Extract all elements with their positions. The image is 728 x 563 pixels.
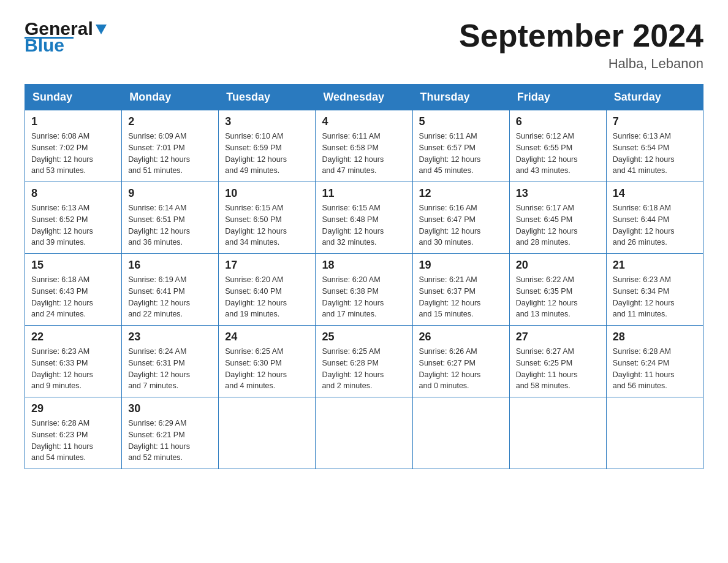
calendar-week-row: 15Sunrise: 6:18 AMSunset: 6:43 PMDayligh… bbox=[25, 254, 703, 326]
weekday-header-saturday: Saturday bbox=[606, 85, 703, 110]
day-number: 24 bbox=[225, 331, 309, 343]
day-number: 19 bbox=[419, 259, 503, 272]
calendar-day-cell: 2Sunrise: 6:09 AMSunset: 7:01 PMDaylight… bbox=[122, 110, 219, 182]
calendar-empty-cell bbox=[606, 397, 703, 469]
logo: General Blue bbox=[25, 18, 108, 56]
calendar-week-row: 8Sunrise: 6:13 AMSunset: 6:52 PMDaylight… bbox=[25, 182, 703, 254]
day-number: 29 bbox=[31, 402, 115, 415]
day-number: 8 bbox=[31, 187, 115, 200]
day-info-text: Sunrise: 6:08 AMSunset: 7:02 PMDaylight:… bbox=[31, 131, 115, 177]
weekday-header-monday: Monday bbox=[122, 85, 219, 110]
day-info-text: Sunrise: 6:28 AMSunset: 6:23 PMDaylight:… bbox=[31, 418, 115, 464]
day-info-text: Sunrise: 6:29 AMSunset: 6:21 PMDaylight:… bbox=[128, 418, 212, 464]
calendar-week-row: 29Sunrise: 6:28 AMSunset: 6:23 PMDayligh… bbox=[25, 397, 703, 469]
calendar-day-cell: 23Sunrise: 6:24 AMSunset: 6:31 PMDayligh… bbox=[122, 326, 219, 397]
calendar-empty-cell bbox=[316, 397, 412, 469]
calendar-day-cell: 24Sunrise: 6:25 AMSunset: 6:30 PMDayligh… bbox=[219, 326, 316, 397]
svg-marker-0 bbox=[96, 25, 107, 34]
calendar-day-cell: 5Sunrise: 6:11 AMSunset: 6:57 PMDaylight… bbox=[412, 110, 509, 182]
calendar-day-cell: 13Sunrise: 6:17 AMSunset: 6:45 PMDayligh… bbox=[509, 182, 606, 254]
day-info-text: Sunrise: 6:18 AMSunset: 6:43 PMDaylight:… bbox=[31, 274, 115, 320]
calendar-empty-cell bbox=[509, 397, 606, 469]
logo-text-blue: Blue bbox=[25, 35, 64, 56]
day-info-text: Sunrise: 6:17 AMSunset: 6:45 PMDaylight:… bbox=[516, 202, 600, 248]
day-info-text: Sunrise: 6:22 AMSunset: 6:35 PMDaylight:… bbox=[516, 274, 600, 320]
day-number: 21 bbox=[613, 259, 697, 272]
calendar-day-cell: 15Sunrise: 6:18 AMSunset: 6:43 PMDayligh… bbox=[25, 254, 122, 326]
page-header: General Blue September 2024 Halba, Leban… bbox=[25, 18, 703, 72]
month-title: September 2024 bbox=[459, 18, 703, 53]
calendar-table: SundayMondayTuesdayWednesdayThursdayFrid… bbox=[25, 84, 703, 469]
day-number: 14 bbox=[613, 187, 697, 200]
day-info-text: Sunrise: 6:23 AMSunset: 6:33 PMDaylight:… bbox=[31, 346, 115, 392]
day-info-text: Sunrise: 6:23 AMSunset: 6:34 PMDaylight:… bbox=[613, 274, 697, 320]
day-number: 11 bbox=[322, 187, 406, 200]
day-number: 10 bbox=[225, 187, 309, 200]
day-number: 2 bbox=[128, 115, 212, 128]
calendar-day-cell: 1Sunrise: 6:08 AMSunset: 7:02 PMDaylight… bbox=[25, 110, 122, 182]
calendar-day-cell: 14Sunrise: 6:18 AMSunset: 6:44 PMDayligh… bbox=[606, 182, 703, 254]
day-info-text: Sunrise: 6:15 AMSunset: 6:50 PMDaylight:… bbox=[225, 202, 309, 248]
day-number: 1 bbox=[31, 115, 115, 128]
day-info-text: Sunrise: 6:21 AMSunset: 6:37 PMDaylight:… bbox=[419, 274, 503, 320]
day-info-text: Sunrise: 6:12 AMSunset: 6:55 PMDaylight:… bbox=[516, 131, 600, 177]
calendar-day-cell: 17Sunrise: 6:20 AMSunset: 6:40 PMDayligh… bbox=[219, 254, 316, 326]
day-number: 27 bbox=[516, 331, 600, 343]
day-info-text: Sunrise: 6:09 AMSunset: 7:01 PMDaylight:… bbox=[128, 131, 212, 177]
day-info-text: Sunrise: 6:27 AMSunset: 6:25 PMDaylight:… bbox=[516, 346, 600, 392]
calendar-day-cell: 16Sunrise: 6:19 AMSunset: 6:41 PMDayligh… bbox=[122, 254, 219, 326]
calendar-day-cell: 3Sunrise: 6:10 AMSunset: 6:59 PMDaylight… bbox=[219, 110, 316, 182]
calendar-day-cell: 7Sunrise: 6:13 AMSunset: 6:54 PMDaylight… bbox=[606, 110, 703, 182]
day-info-text: Sunrise: 6:26 AMSunset: 6:27 PMDaylight:… bbox=[419, 346, 503, 392]
calendar-day-cell: 10Sunrise: 6:15 AMSunset: 6:50 PMDayligh… bbox=[219, 182, 316, 254]
title-section: September 2024 Halba, Lebanon bbox=[459, 18, 703, 72]
day-number: 28 bbox=[613, 331, 697, 343]
calendar-day-cell: 4Sunrise: 6:11 AMSunset: 6:58 PMDaylight… bbox=[316, 110, 412, 182]
day-info-text: Sunrise: 6:14 AMSunset: 6:51 PMDaylight:… bbox=[128, 202, 212, 248]
calendar-day-cell: 21Sunrise: 6:23 AMSunset: 6:34 PMDayligh… bbox=[606, 254, 703, 326]
day-info-text: Sunrise: 6:19 AMSunset: 6:41 PMDaylight:… bbox=[128, 274, 212, 320]
day-number: 5 bbox=[419, 115, 503, 128]
day-info-text: Sunrise: 6:18 AMSunset: 6:44 PMDaylight:… bbox=[613, 202, 697, 248]
calendar-day-cell: 30Sunrise: 6:29 AMSunset: 6:21 PMDayligh… bbox=[122, 397, 219, 469]
day-number: 4 bbox=[322, 115, 406, 128]
logo-arrow-icon bbox=[94, 22, 108, 36]
day-number: 6 bbox=[516, 115, 600, 128]
day-number: 3 bbox=[225, 115, 309, 128]
calendar-header-row: SundayMondayTuesdayWednesdayThursdayFrid… bbox=[25, 85, 703, 110]
day-info-text: Sunrise: 6:24 AMSunset: 6:31 PMDaylight:… bbox=[128, 346, 212, 392]
location-subtitle: Halba, Lebanon bbox=[459, 56, 703, 72]
weekday-header-tuesday: Tuesday bbox=[219, 85, 316, 110]
day-number: 30 bbox=[128, 402, 212, 415]
day-number: 16 bbox=[128, 259, 212, 272]
day-info-text: Sunrise: 6:20 AMSunset: 6:40 PMDaylight:… bbox=[225, 274, 309, 320]
calendar-day-cell: 12Sunrise: 6:16 AMSunset: 6:47 PMDayligh… bbox=[412, 182, 509, 254]
calendar-day-cell: 19Sunrise: 6:21 AMSunset: 6:37 PMDayligh… bbox=[412, 254, 509, 326]
calendar-day-cell: 29Sunrise: 6:28 AMSunset: 6:23 PMDayligh… bbox=[25, 397, 122, 469]
calendar-week-row: 1Sunrise: 6:08 AMSunset: 7:02 PMDaylight… bbox=[25, 110, 703, 182]
calendar-day-cell: 28Sunrise: 6:28 AMSunset: 6:24 PMDayligh… bbox=[606, 326, 703, 397]
day-number: 15 bbox=[31, 259, 115, 272]
calendar-day-cell: 20Sunrise: 6:22 AMSunset: 6:35 PMDayligh… bbox=[509, 254, 606, 326]
day-info-text: Sunrise: 6:11 AMSunset: 6:57 PMDaylight:… bbox=[419, 131, 503, 177]
day-number: 25 bbox=[322, 331, 406, 343]
calendar-day-cell: 18Sunrise: 6:20 AMSunset: 6:38 PMDayligh… bbox=[316, 254, 412, 326]
day-info-text: Sunrise: 6:15 AMSunset: 6:48 PMDaylight:… bbox=[322, 202, 406, 248]
day-info-text: Sunrise: 6:13 AMSunset: 6:54 PMDaylight:… bbox=[613, 131, 697, 177]
weekday-header-thursday: Thursday bbox=[412, 85, 509, 110]
day-number: 13 bbox=[516, 187, 600, 200]
day-number: 7 bbox=[613, 115, 697, 128]
day-info-text: Sunrise: 6:11 AMSunset: 6:58 PMDaylight:… bbox=[322, 131, 406, 177]
calendar-week-row: 22Sunrise: 6:23 AMSunset: 6:33 PMDayligh… bbox=[25, 326, 703, 397]
calendar-day-cell: 26Sunrise: 6:26 AMSunset: 6:27 PMDayligh… bbox=[412, 326, 509, 397]
calendar-day-cell: 8Sunrise: 6:13 AMSunset: 6:52 PMDaylight… bbox=[25, 182, 122, 254]
calendar-day-cell: 25Sunrise: 6:25 AMSunset: 6:28 PMDayligh… bbox=[316, 326, 412, 397]
day-info-text: Sunrise: 6:16 AMSunset: 6:47 PMDaylight:… bbox=[419, 202, 503, 248]
day-number: 9 bbox=[128, 187, 212, 200]
weekday-header-friday: Friday bbox=[509, 85, 606, 110]
day-info-text: Sunrise: 6:28 AMSunset: 6:24 PMDaylight:… bbox=[613, 346, 697, 392]
day-number: 18 bbox=[322, 259, 406, 272]
day-number: 26 bbox=[419, 331, 503, 343]
day-number: 20 bbox=[516, 259, 600, 272]
day-info-text: Sunrise: 6:20 AMSunset: 6:38 PMDaylight:… bbox=[322, 274, 406, 320]
